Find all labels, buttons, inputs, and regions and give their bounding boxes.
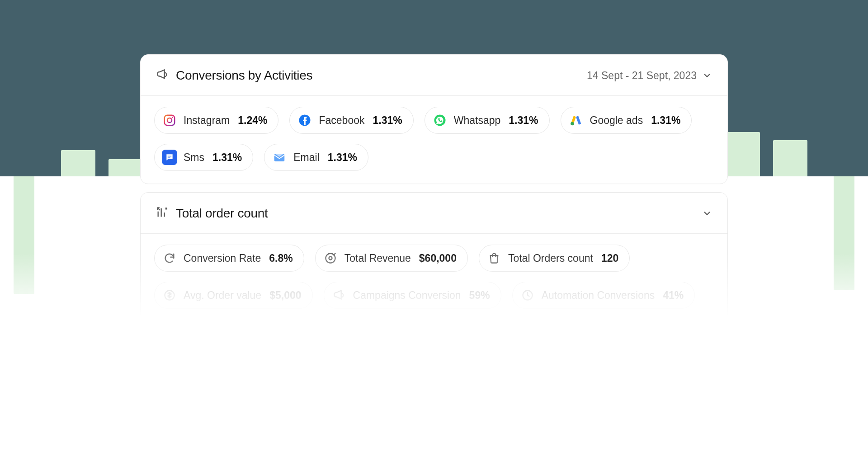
- svg-rect-0: [165, 115, 175, 126]
- svg-point-1: [167, 118, 172, 123]
- clock-icon: [520, 288, 535, 303]
- whatsapp-icon: [432, 113, 448, 128]
- svg-rect-6: [168, 156, 171, 156]
- channel-label: Email: [293, 151, 320, 164]
- coin-icon: [323, 250, 338, 266]
- bar-chart-arrow-icon: [156, 206, 169, 221]
- channel-label: Facebook: [319, 114, 364, 127]
- metric-label: Total Orders count: [508, 252, 593, 265]
- instagram-icon: [162, 113, 177, 128]
- orders-card-expand[interactable]: [702, 208, 712, 218]
- metric-label: Automation Conversions: [542, 289, 655, 302]
- svg-point-2: [172, 117, 173, 118]
- metric-value: 59%: [469, 289, 490, 302]
- conversions-by-activities-card: Conversions by Activities 14 Sept - 21 S…: [140, 54, 728, 184]
- total-order-count-card: Total order count Conversion Rate 6.8% T…: [140, 192, 728, 322]
- svg-point-5: [571, 122, 574, 126]
- channel-value: 1.31%: [509, 114, 538, 127]
- channel-value: 1.31%: [373, 114, 402, 127]
- metric-pill-avg-order-value[interactable]: Avg. Order value $5,000: [154, 282, 313, 309]
- bg-bar: [726, 132, 760, 176]
- orders-card-header: Total order count: [141, 193, 727, 233]
- shopping-bag-icon: [486, 250, 502, 266]
- metric-label: Conversion Rate: [184, 252, 261, 265]
- svg-rect-7: [168, 157, 170, 157]
- sms-icon: [162, 150, 177, 165]
- metric-value: $5,000: [269, 289, 301, 302]
- date-range-selector[interactable]: 14 Sept - 21 Sept, 2023: [587, 70, 712, 82]
- channel-pill-whatsapp[interactable]: Whatsapp 1.31%: [425, 107, 550, 134]
- refresh-icon: [162, 250, 177, 266]
- conversions-card-title: Conversions by Activities: [176, 68, 312, 83]
- bg-bar: [834, 176, 854, 290]
- svg-point-10: [329, 257, 332, 260]
- dollar-circle-icon: [162, 288, 177, 303]
- channel-pill-email[interactable]: Email 1.31%: [264, 144, 368, 171]
- megaphone-icon: [331, 288, 347, 303]
- metric-pill-total-orders-count[interactable]: Total Orders count 120: [479, 245, 630, 272]
- conversions-channels-row: Instagram 1.24% Facebook 1.31% Whatsapp …: [141, 95, 727, 184]
- chevron-down-icon: [702, 208, 712, 218]
- metric-label: Total Revenue: [344, 252, 411, 265]
- email-icon: [272, 150, 287, 165]
- facebook-icon: [297, 113, 312, 128]
- bg-bar: [773, 140, 807, 176]
- orders-metrics-row: Conversion Rate 6.8% Total Revenue $60,0…: [141, 233, 727, 321]
- metric-value: 41%: [663, 289, 684, 302]
- google-ads-icon: [568, 113, 584, 128]
- metric-label: Avg. Order value: [184, 289, 261, 302]
- metric-value: $60,000: [419, 252, 457, 265]
- channel-value: 1.31%: [212, 151, 242, 164]
- channel-value: 1.31%: [651, 114, 680, 127]
- metric-value: 120: [601, 252, 618, 265]
- chevron-down-icon: [702, 71, 712, 80]
- channel-label: Google ads: [590, 114, 643, 127]
- channel-pill-facebook[interactable]: Facebook 1.31%: [289, 107, 413, 134]
- channel-value: 1.24%: [238, 114, 267, 127]
- bg-bar: [108, 159, 143, 176]
- metric-value: 6.8%: [269, 252, 292, 265]
- channel-pill-google-ads[interactable]: Google ads 1.31%: [561, 107, 692, 134]
- channel-value: 1.31%: [328, 151, 357, 164]
- date-range-label: 14 Sept - 21 Sept, 2023: [587, 70, 697, 82]
- metric-pill-campaigns-conversion[interactable]: Campaigns Conversion 59%: [324, 282, 501, 309]
- metric-pill-conversion-rate[interactable]: Conversion Rate 6.8%: [154, 245, 304, 272]
- bg-bar: [61, 150, 95, 176]
- channel-label: Instagram: [184, 114, 230, 127]
- conversions-card-header: Conversions by Activities 14 Sept - 21 S…: [141, 55, 727, 95]
- orders-card-title: Total order count: [176, 206, 268, 221]
- channel-pill-instagram[interactable]: Instagram 1.24%: [154, 107, 278, 134]
- channel-label: Sms: [184, 151, 204, 164]
- channel-label: Whatsapp: [454, 114, 501, 127]
- metric-label: Campaigns Conversion: [353, 289, 461, 302]
- bg-bar: [14, 176, 34, 294]
- channel-pill-sms[interactable]: Sms 1.31%: [154, 144, 253, 171]
- megaphone-icon: [156, 68, 169, 83]
- metric-pill-automation-conversions[interactable]: Automation Conversions 41%: [512, 282, 695, 309]
- metric-pill-total-revenue[interactable]: Total Revenue $60,000: [315, 245, 468, 272]
